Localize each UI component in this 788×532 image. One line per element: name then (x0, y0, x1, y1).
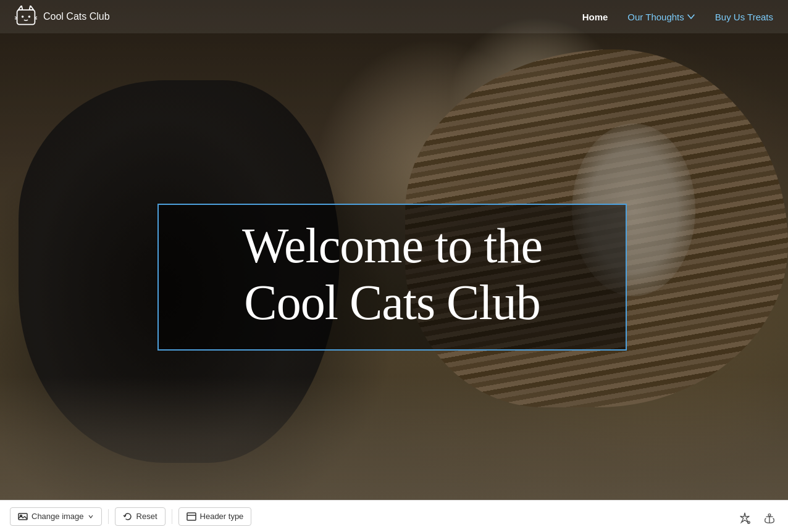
image-icon (18, 512, 28, 522)
svg-point-3 (22, 15, 24, 18)
svg-point-13 (748, 522, 750, 524)
svg-rect-0 (17, 10, 35, 24)
brand[interactable]: Cool Cats Club (15, 6, 110, 28)
anchor-icon[interactable] (761, 510, 778, 527)
toolbar-divider-2 (172, 509, 172, 524)
svg-point-4 (28, 15, 31, 18)
welcome-box: Welcome to the Cool Cats Club (157, 204, 627, 351)
change-image-button[interactable]: Change image (10, 507, 102, 526)
header-type-label: Header type (200, 512, 244, 521)
header-type-button[interactable]: Header type (178, 507, 252, 526)
welcome-line1: Welcome to the (242, 218, 542, 273)
bottom-right-icons (736, 510, 778, 527)
dropdown-arrow-icon (88, 513, 94, 520)
brand-title: Cool Cats Club (43, 11, 110, 22)
welcome-line2: Cool Cats Club (244, 275, 540, 330)
nav-links: Home Our Thoughts Buy Us Treats (582, 12, 773, 22)
reset-button[interactable]: Reset (115, 507, 166, 526)
nav-our-thoughts[interactable]: Our Thoughts (627, 12, 695, 22)
cat-logo-icon (15, 6, 37, 28)
svg-point-14 (768, 514, 771, 517)
sparkle-icon[interactable] (736, 510, 753, 527)
navigation: Cool Cats Club Home Our Thoughts Buy Us … (0, 0, 788, 33)
hero-section: Welcome to the Cool Cats Club (0, 0, 788, 500)
svg-marker-2 (29, 6, 33, 10)
nav-home[interactable]: Home (582, 12, 608, 22)
bottom-toolbar: Change image Reset Header type (0, 500, 788, 532)
welcome-heading: Welcome to the Cool Cats Club (183, 217, 601, 331)
nav-our-thoughts-label: Our Thoughts (627, 12, 684, 22)
nav-buy-treats[interactable]: Buy Us Treats (715, 12, 773, 22)
reset-icon (123, 512, 133, 522)
toolbar-divider-1 (108, 509, 109, 524)
svg-marker-1 (18, 6, 22, 10)
header-type-icon (187, 512, 196, 522)
chevron-down-icon (687, 12, 695, 21)
change-image-label: Change image (31, 512, 84, 521)
reset-label: Reset (136, 512, 157, 521)
svg-rect-11 (187, 513, 196, 520)
